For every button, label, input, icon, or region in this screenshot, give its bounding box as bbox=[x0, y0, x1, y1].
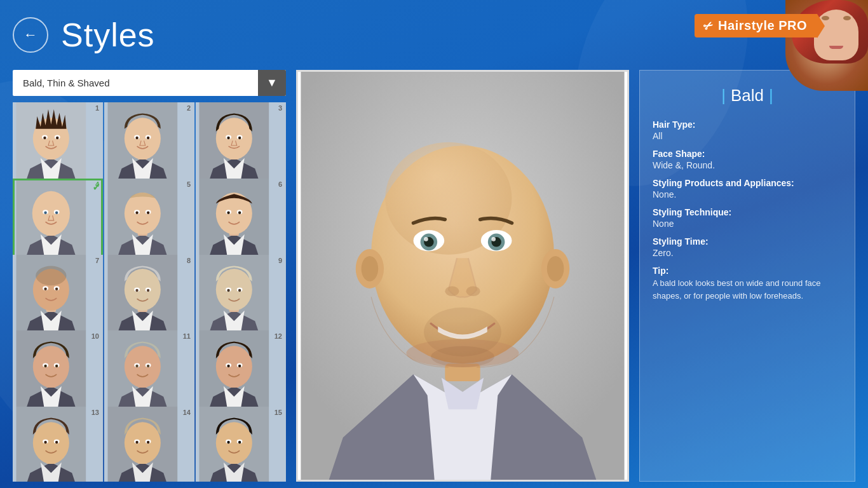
style-item-13[interactable]: 13 bbox=[13, 407, 103, 482]
face-shape-value: Wide &, Round. bbox=[653, 160, 842, 170]
svg-point-70 bbox=[55, 365, 58, 367]
back-button[interactable]: ← bbox=[13, 17, 48, 53]
header: ← Styles ✂ Hairstyle PRO bbox=[0, 0, 868, 70]
svg-point-123 bbox=[445, 287, 459, 296]
styling-technique-label: Styling Technique: bbox=[653, 207, 842, 217]
svg-point-124 bbox=[466, 287, 480, 296]
styling-technique-section: Styling Technique: None bbox=[653, 207, 842, 229]
svg-point-94 bbox=[125, 422, 161, 464]
svg-point-41 bbox=[238, 211, 241, 214]
hair-type-section: Hair Type: All bbox=[653, 119, 842, 141]
style-number-12: 12 bbox=[275, 332, 282, 340]
svg-point-34 bbox=[147, 211, 149, 214]
tip-label: Tip: bbox=[653, 266, 842, 276]
svg-point-121 bbox=[424, 237, 428, 241]
right-panel: | Bald | Hair Type: All Face Shape: Wide… bbox=[639, 70, 855, 482]
styling-time-section: Styling Time: Zero. bbox=[653, 236, 842, 258]
back-icon: ← bbox=[24, 27, 37, 43]
svg-point-105 bbox=[238, 441, 241, 444]
comb-icon: ✂ bbox=[700, 17, 715, 34]
style-grid: 1 bbox=[13, 102, 286, 482]
svg-point-62 bbox=[227, 288, 229, 291]
svg-point-66 bbox=[33, 346, 69, 388]
dropdown-container: Bald, Thin & Shaved Short Hair Medium Ha… bbox=[13, 70, 286, 96]
svg-point-69 bbox=[44, 365, 46, 367]
svg-point-56 bbox=[147, 288, 149, 291]
svg-point-59 bbox=[216, 269, 252, 311]
logo-area: ✂ Hairstyle PRO bbox=[670, 0, 868, 91]
svg-point-12 bbox=[135, 137, 138, 139]
svg-point-6 bbox=[56, 137, 58, 139]
styling-products-label: Styling Products and Appliances: bbox=[653, 178, 842, 188]
svg-point-73 bbox=[125, 346, 161, 388]
center-preview bbox=[296, 70, 629, 482]
svg-point-33 bbox=[135, 211, 138, 214]
selected-checkmark: ✓ bbox=[92, 181, 100, 193]
style-number-9: 9 bbox=[278, 257, 282, 264]
style-number-11: 11 bbox=[183, 332, 191, 340]
style-number-7: 7 bbox=[95, 257, 99, 264]
svg-point-27 bbox=[55, 211, 58, 214]
svg-point-114 bbox=[547, 256, 564, 281]
styling-time-label: Styling Time: bbox=[653, 236, 842, 247]
svg-point-13 bbox=[147, 137, 149, 139]
svg-point-122 bbox=[491, 237, 496, 241]
svg-point-83 bbox=[227, 365, 229, 367]
style-number-2: 2 bbox=[187, 104, 191, 112]
style-number-1: 1 bbox=[95, 104, 99, 112]
svg-point-104 bbox=[227, 441, 229, 444]
svg-point-5 bbox=[43, 137, 46, 139]
style-item-14[interactable]: 14 bbox=[104, 407, 194, 482]
face-shape-section: Face Shape: Wide &, Round. bbox=[653, 149, 842, 170]
svg-point-97 bbox=[135, 441, 138, 444]
main-content: Bald, Thin & Shaved Short Hair Medium Ha… bbox=[0, 70, 868, 488]
logo-text: Hairstyle PRO bbox=[718, 18, 807, 33]
svg-point-48 bbox=[44, 287, 46, 290]
svg-point-63 bbox=[238, 288, 241, 291]
style-number-10: 10 bbox=[92, 332, 99, 340]
hair-type-label: Hair Type: bbox=[653, 119, 842, 130]
svg-point-113 bbox=[362, 256, 379, 281]
page-title: Styles bbox=[61, 16, 155, 54]
svg-point-87 bbox=[33, 422, 69, 464]
svg-point-19 bbox=[227, 137, 229, 139]
face-shape-label: Face Shape: bbox=[653, 149, 842, 159]
styling-technique-value: None bbox=[653, 219, 842, 229]
style-number-5: 5 bbox=[187, 180, 191, 188]
hair-type-value: All bbox=[653, 131, 842, 141]
svg-point-80 bbox=[216, 346, 252, 388]
svg-point-45 bbox=[36, 266, 66, 285]
svg-point-26 bbox=[44, 211, 46, 214]
tip-value: A bald look looks best on wide and round… bbox=[653, 277, 842, 302]
preview-container bbox=[296, 70, 629, 482]
style-number-8: 8 bbox=[187, 257, 191, 264]
svg-point-126 bbox=[431, 346, 494, 367]
logo-banner: ✂ Hairstyle PRO bbox=[695, 14, 817, 37]
styling-products-section: Styling Products and Appliances: None. bbox=[653, 178, 842, 200]
style-number-3: 3 bbox=[278, 104, 282, 112]
svg-point-16 bbox=[216, 118, 252, 159]
svg-point-9 bbox=[125, 118, 161, 159]
svg-point-52 bbox=[125, 269, 161, 311]
styling-products-value: None. bbox=[653, 189, 842, 200]
styling-time-value: Zero. bbox=[653, 248, 842, 258]
svg-point-20 bbox=[238, 137, 241, 139]
svg-point-91 bbox=[55, 441, 58, 444]
style-number-6: 6 bbox=[278, 180, 282, 188]
svg-point-40 bbox=[227, 211, 229, 214]
tip-section: Tip: A bald look looks best on wide and … bbox=[653, 266, 842, 302]
svg-point-77 bbox=[147, 365, 149, 367]
svg-point-90 bbox=[44, 441, 46, 444]
svg-point-49 bbox=[55, 287, 58, 290]
svg-point-23 bbox=[32, 191, 70, 236]
style-number-13: 13 bbox=[92, 409, 99, 416]
svg-point-84 bbox=[238, 365, 241, 367]
svg-point-76 bbox=[135, 365, 138, 367]
style-number-14: 14 bbox=[183, 409, 191, 416]
style-item-15[interactable]: 15 bbox=[196, 407, 286, 482]
svg-point-101 bbox=[216, 422, 252, 464]
left-panel: Bald, Thin & Shaved Short Hair Medium Ha… bbox=[13, 70, 286, 482]
svg-point-30 bbox=[125, 193, 161, 234]
svg-point-98 bbox=[147, 441, 149, 444]
style-category-dropdown[interactable]: Bald, Thin & Shaved Short Hair Medium Ha… bbox=[13, 70, 286, 96]
